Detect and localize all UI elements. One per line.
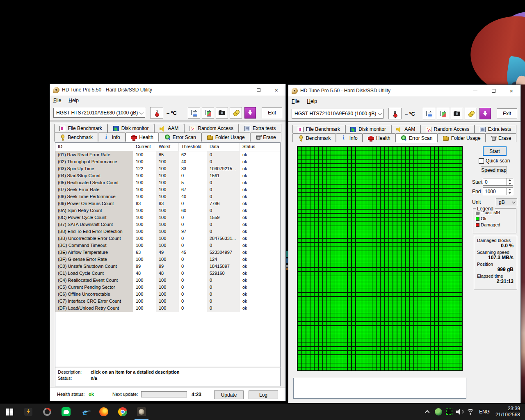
tab-health[interactable]: Health [363, 133, 395, 142]
start-button[interactable] [0, 404, 19, 420]
table-row[interactable]: (C6) Offline Uncorrectable10010000ok [55, 291, 280, 298]
table-row[interactable]: (04) Start/Stop Count10010001561ok [55, 172, 280, 179]
copy-image-button[interactable] [202, 107, 214, 119]
menu-file[interactable]: File [53, 98, 61, 103]
tab-benchmark[interactable]: Benchmark [54, 132, 98, 142]
quick-scan-checkbox[interactable] [479, 158, 484, 164]
temperature-button[interactable] [150, 107, 163, 119]
table-row[interactable]: (05) Reallocated Sector Count10010050ok [55, 179, 280, 186]
tab-info[interactable]: Info [98, 132, 126, 142]
maximize-button[interactable] [484, 85, 502, 96]
tab-folder-usage[interactable]: Folder Usage [438, 133, 486, 142]
table-row[interactable]: (BE) Airflow Temperature634945523304997o… [55, 249, 280, 256]
speed-map-button[interactable]: Speed map [481, 166, 507, 174]
close-button[interactable]: × [502, 85, 520, 96]
update-check-button[interactable] [244, 107, 256, 119]
drive-select[interactable]: HGST HTS721010A9E630 (1000 gB) [292, 109, 383, 119]
temperature-button[interactable] [388, 108, 402, 119]
table-row[interactable]: (BB) Uncorrectable Error Count1001000284… [55, 235, 280, 242]
table-row[interactable]: (08) Seek Time Performance100100400ok [55, 193, 280, 200]
taskbar-item-firefox[interactable] [94, 404, 113, 420]
tab-folder-usage[interactable]: Folder Usage [201, 132, 250, 142]
menu-help[interactable]: Help [307, 98, 317, 104]
table-row[interactable]: (09) Power On Hours Count838307786ok [55, 200, 280, 207]
language-indicator[interactable]: ENG [476, 409, 493, 415]
tray-item-volume[interactable] [454, 404, 465, 420]
minimize-button[interactable] [466, 85, 484, 96]
table-row[interactable]: (02) Throughput Performance100100400ok [55, 158, 280, 165]
titlebar[interactable]: HD Tune Pro 5.50 - Hard Disk/SSD Utility… [288, 85, 520, 96]
table-row[interactable]: (03) Spin Up Time12210033103079215...ok [55, 165, 280, 172]
copy-text-button[interactable] [423, 108, 435, 119]
log-button[interactable]: Log [249, 390, 278, 399]
table-row[interactable]: (C4) Reallocated Event Count10010000ok [55, 277, 280, 284]
column-header-id[interactable]: ID [55, 143, 133, 151]
tab-random-access[interactable]: Random Access [184, 124, 239, 132]
maximize-button[interactable] [249, 84, 267, 96]
exit-button[interactable]: Exit [262, 107, 282, 118]
donate-button[interactable] [230, 107, 242, 119]
titlebar[interactable]: HD Tune Pro 5.50 - Hard Disk/SSD Utility… [50, 84, 285, 96]
tab-health[interactable]: Health [126, 132, 159, 142]
tab-benchmark[interactable]: Benchmark [292, 133, 336, 142]
menu-help[interactable]: Help [68, 98, 79, 103]
update-button[interactable]: Update [214, 390, 244, 399]
copy-text-button[interactable] [188, 107, 200, 119]
taskbar-item-disk-tool[interactable] [38, 404, 57, 420]
spinner-buttons[interactable] [506, 178, 513, 185]
table-row[interactable]: (C0) Unsafe Shutdown Count9999018415897o… [55, 263, 280, 270]
tab-error-scan[interactable]: Error Scan [159, 132, 201, 142]
column-header-data[interactable]: Data [207, 143, 240, 151]
update-check-button[interactable] [479, 108, 491, 119]
tray-item-idm[interactable] [433, 404, 444, 420]
table-row[interactable]: (0A) Spin Retry Count100100600ok [55, 207, 280, 214]
table-row[interactable]: (C5) Current Pending Sector10010000ok [55, 284, 280, 291]
unit-select[interactable]: gB [496, 198, 517, 206]
scan-start-input[interactable]: 0 [483, 178, 513, 186]
table-row[interactable]: (B7) SATA Downshift Count10010000ok [55, 221, 280, 228]
table-row[interactable]: (BF) G-sense Error Rate1001000124ok [55, 256, 280, 263]
tab-aam[interactable]: AAM [391, 125, 420, 133]
donate-button[interactable] [465, 108, 477, 119]
tab-file-benchmark[interactable]: File Benchmark [292, 125, 345, 133]
taskbar-item-winamp[interactable] [19, 404, 38, 420]
table-row[interactable]: (01) Raw Read Error Rate10085620ok [55, 151, 280, 158]
screenshot-button[interactable] [216, 107, 228, 119]
minimize-button[interactable] [231, 84, 249, 96]
table-row[interactable]: (0C) Power Cycle Count10010001559ok [55, 214, 280, 221]
exit-button[interactable]: Exit [497, 108, 517, 119]
table-row[interactable]: (BC) Command Timeout10010000ok [55, 242, 280, 249]
table-row[interactable]: (B8) End To End Error Detection100100970… [55, 228, 280, 235]
spinner-buttons[interactable] [506, 188, 513, 195]
tab-disk-monitor[interactable]: Disk monitor [345, 125, 391, 133]
tray-overflow-button[interactable] [422, 404, 433, 420]
taskbar-item-internet-explorer[interactable]: e [75, 404, 94, 420]
drive-select[interactable]: HGST HTS721010A9E630 (1000 gB) [53, 108, 145, 118]
clock[interactable]: 23:39 21/10/2568 [493, 406, 525, 418]
column-header-worst[interactable]: Worst [156, 143, 179, 151]
taskbar-item-hdtune[interactable] [132, 404, 151, 420]
table-row[interactable]: (C1) Load Cycle Count48480529160ok [55, 270, 280, 277]
column-header-threshold[interactable]: Threshold [179, 143, 207, 151]
tab-extra-tests[interactable]: Extra tests [475, 125, 516, 133]
tab-aam[interactable]: AAM [154, 124, 184, 132]
tab-extra-tests[interactable]: Extra tests [239, 124, 281, 132]
column-header-current[interactable]: Current [133, 143, 156, 151]
menu-file[interactable]: File [292, 98, 299, 104]
copy-image-button[interactable] [437, 108, 449, 119]
start-scan-button[interactable]: Start [483, 146, 507, 156]
tray-item-hdtune[interactable] [444, 404, 454, 420]
taskbar-item-line[interactable] [57, 404, 75, 420]
close-button[interactable]: × [267, 84, 285, 96]
table-row[interactable]: (DF) Load/Unload Retry Count10010000ok [55, 305, 280, 312]
tab-erase[interactable]: Erase [486, 133, 516, 142]
tab-info[interactable]: Info [336, 133, 363, 142]
tab-random-access[interactable]: Random Access [420, 125, 475, 133]
tab-file-benchmark[interactable]: File Benchmark [54, 124, 107, 132]
tab-erase[interactable]: Erase [250, 132, 281, 142]
tray-item-network[interactable] [465, 404, 476, 420]
scan-end-input[interactable]: 1000 [483, 187, 513, 195]
tab-error-scan[interactable]: Error Scan [395, 133, 438, 142]
column-header-status[interactable]: Status [240, 143, 280, 151]
tab-disk-monitor[interactable]: Disk monitor [107, 124, 154, 132]
